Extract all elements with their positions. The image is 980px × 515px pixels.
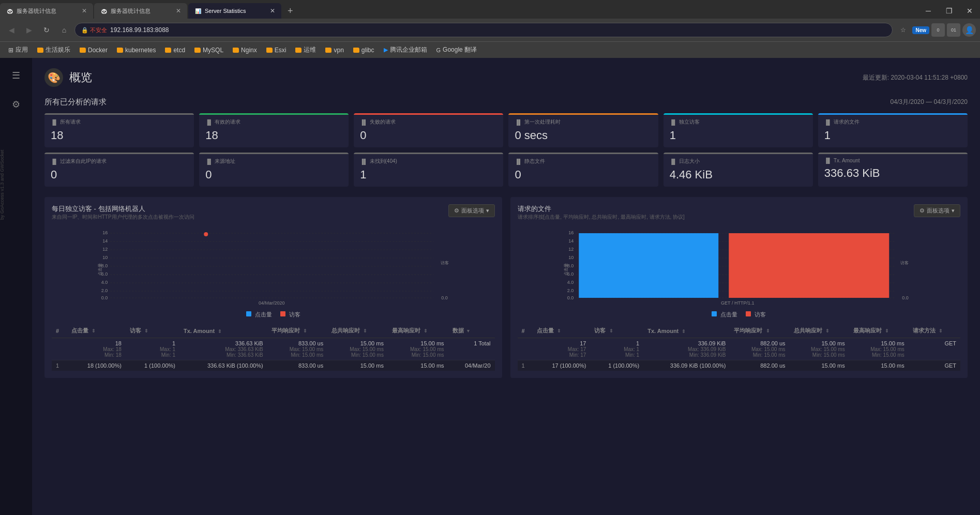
- bookmark-glibc[interactable]: glibc: [349, 45, 379, 55]
- left-footer-tx: 336.63 KiB (100.00%): [179, 360, 267, 371]
- right-th-hits[interactable]: 点击量 ⇕: [533, 324, 590, 338]
- right-th-avg[interactable]: 平均响应时 ⇕: [730, 324, 789, 338]
- bar-chart-icon-2: ▐▌: [205, 119, 213, 125]
- tab-3[interactable]: 📊 Server Statistics ✕: [188, 3, 281, 19]
- forward-button[interactable]: ▶: [22, 23, 36, 37]
- stat-label-referrers: ▐▌ 来源地址: [205, 158, 342, 165]
- main-content: 🎨 概览 最近更新: 2020-03-04 11:51:28 +0800 所有已…: [32, 58, 980, 515]
- tab2-close[interactable]: ✕: [176, 7, 181, 14]
- svg-text:点击量: 点击量: [98, 263, 102, 276]
- stat-value-log-size: 4.46 KiB: [670, 168, 807, 181]
- new-badge[interactable]: New: [912, 26, 929, 34]
- extension-icon-1[interactable]: 0: [931, 23, 945, 37]
- right-footer-visitors: 1 (100.00%): [590, 360, 643, 371]
- close-button[interactable]: ✕: [959, 3, 980, 19]
- maximize-button[interactable]: ❐: [939, 3, 959, 19]
- right-table-footer-row: 1 17 (100.00%) 1 (100.00%) 336.09 KiB (1…: [518, 360, 961, 371]
- left-th-max[interactable]: 最高响应时 ⇕: [388, 324, 448, 338]
- bookmark-esxi[interactable]: Esxi: [262, 45, 291, 55]
- header-left: 🎨 概览: [44, 68, 92, 87]
- bookmark-tencent[interactable]: ▶ 腾讯企业邮箱: [380, 44, 431, 56]
- tab2-favicon: 🐼: [100, 7, 108, 14]
- home-button[interactable]: ⌂: [57, 23, 71, 37]
- bookmark-vpn[interactable]: vpn: [321, 45, 348, 55]
- sidebar-settings-icon[interactable]: ⚙: [7, 95, 25, 114]
- address-bar: ◀ ▶ ↻ ⌂ 🔒 不安全 192.168.99.183:8088 ☆ New …: [0, 19, 980, 41]
- bookmark-life[interactable]: 生活娱乐: [33, 44, 74, 56]
- toolbar-icons: ☆ New 0 01 👤: [896, 23, 976, 37]
- left-th-data[interactable]: 数据 ▾: [448, 324, 495, 338]
- left-data-table: # 点击量 ⇕ 访客 ⇕ Tx. Amount ⇕ 平均响应时 ⇕ 总共响应时 …: [52, 324, 495, 371]
- bookmark-apps[interactable]: ⊞ 应用: [4, 44, 32, 56]
- tab-2[interactable]: 🐼 服务器统计信息 ✕: [94, 3, 187, 19]
- bookmark-mysql[interactable]: MySQL: [190, 45, 228, 55]
- right-chart-svg: 16 14 12 10 8.0 6.0 4.0 2.0 0.0: [518, 228, 961, 306]
- minimize-button[interactable]: ─: [918, 3, 939, 19]
- bar-chart-icon-3: ▐▌: [360, 119, 367, 125]
- left-footer-date: 04/Mar/20: [448, 360, 495, 371]
- left-th-avg[interactable]: 平均响应时 ⇕: [267, 324, 328, 338]
- folder-icon-nginx: [233, 48, 239, 53]
- left-chart-legend: 点击量 访客: [52, 311, 495, 319]
- left-th-tx[interactable]: Tx. Amount ⇕: [179, 324, 267, 338]
- tencent-icon: ▶: [384, 47, 388, 53]
- new-tab-button[interactable]: +: [282, 6, 298, 17]
- bookmark-ops[interactable]: 运维: [291, 44, 320, 56]
- right-panel-options-button[interactable]: ⚙ 面板选项 ▾: [914, 204, 960, 217]
- sidebar-menu-icon[interactable]: ☰: [7, 66, 25, 85]
- stat-card-valid-requests: ▐▌ 有效的请求 18: [199, 113, 349, 147]
- right-th-visitors[interactable]: 访客 ⇕: [590, 324, 643, 338]
- stat-label-static-files: ▐▌ 静态文件: [515, 158, 652, 165]
- right-th-total[interactable]: 总共响应时 ⇕: [790, 324, 849, 338]
- last-updated: 最近更新: 2020-03-04 11:51:28 +0800: [863, 73, 968, 82]
- url-bar[interactable]: 🔒 不安全 192.168.99.183:8088: [74, 23, 893, 37]
- right-footer-hits: 17 (100.00%): [533, 360, 590, 371]
- left-table-row-main: 18 Max: 18 Min: 18 1 Max: 1 Min: 1: [52, 338, 495, 360]
- extension-icon-2[interactable]: 01: [947, 23, 960, 37]
- stat-value-requested-files: 1: [824, 129, 961, 142]
- bookmark-esxi-label: Esxi: [275, 47, 287, 54]
- right-chart-legend: 点击量 访客: [518, 311, 961, 319]
- tab-bar: 🐼 服务器统计信息 ✕ 🐼 服务器统计信息 ✕ 📊 Server Statist…: [0, 0, 980, 19]
- svg-text:0.0: 0.0: [441, 295, 448, 300]
- app-header: 🎨 概览 最近更新: 2020-03-04 11:51:28 +0800: [44, 68, 968, 87]
- svg-text:14: 14: [102, 238, 108, 244]
- right-th-tx[interactable]: Tx. Amount ⇕: [643, 324, 730, 338]
- left-th-hits[interactable]: 点击量 ⇕: [67, 324, 126, 338]
- bookmark-nginx[interactable]: Nginx: [229, 45, 261, 55]
- left-panel-options-button[interactable]: ⚙ 面板选项 ▾: [448, 204, 495, 217]
- right-th-max[interactable]: 最高响应时 ⇕: [849, 324, 909, 338]
- right-data-table: # 点击量 ⇕ 访客 ⇕ Tx. Amount ⇕ 平均响应时 ⇕ 总共响应时 …: [518, 324, 961, 371]
- tab3-close[interactable]: ✕: [270, 7, 275, 14]
- chart-panels: 每日独立访客 - 包括网络机器人 来自同一IP、时间和HTTP用户代理的多次点击…: [44, 197, 968, 378]
- bookmark-google[interactable]: G Google 翻译: [432, 44, 481, 56]
- right-td-tx: 336.09 KiB Max: 336.09 KiB Min: 336.09 K…: [643, 338, 730, 360]
- bookmark-k8s[interactable]: kubernetes: [113, 45, 160, 55]
- right-th-method[interactable]: 请求方法 ⇕: [909, 324, 960, 338]
- left-th-total[interactable]: 总共响应时 ⇕: [327, 324, 388, 338]
- folder-icon-k8s: [117, 48, 123, 53]
- left-td-num: [52, 338, 67, 360]
- bookmarks-bar: ⊞ 应用 生活娱乐 Docker kubernetes etcd MySQL N…: [0, 41, 980, 58]
- user-icon[interactable]: 👤: [962, 23, 976, 37]
- svg-text:点击量: 点击量: [564, 263, 568, 276]
- stat-label-filtered: ▐▌ 过滤来自此IP的请求: [51, 158, 188, 165]
- star-icon[interactable]: ☆: [896, 23, 910, 37]
- bookmark-etcd-label: etcd: [173, 47, 185, 54]
- stat-card-unique-visitors: ▐▌ 独立访客 1: [664, 113, 813, 147]
- left-footer-max: 15.00 ms: [388, 360, 448, 371]
- tab-1[interactable]: 🐼 服务器统计信息 ✕: [0, 3, 93, 19]
- right-td-avg: 882.00 us Max: 15.00 ms Min: 15.00 ms: [730, 338, 789, 360]
- stat-card-tx-amount: ▐▌ Tx. Amount 336.63 KiB: [818, 153, 968, 187]
- back-button[interactable]: ◀: [4, 23, 19, 37]
- tab1-close[interactable]: ✕: [82, 7, 87, 14]
- bookmark-life-label: 生活娱乐: [46, 46, 70, 54]
- right-th-num[interactable]: #: [518, 324, 533, 338]
- left-th-visitors[interactable]: 访客 ⇕: [126, 324, 179, 338]
- stat-cards-row2: ▐▌ 过滤来自此IP的请求 0 ▐▌ 来源地址 0 ▐▌ 未找到(404) 1: [44, 153, 968, 187]
- left-th-num[interactable]: #: [52, 324, 67, 338]
- bookmark-mysql-label: MySQL: [203, 47, 223, 54]
- bookmark-docker[interactable]: Docker: [76, 45, 112, 55]
- bookmark-etcd[interactable]: etcd: [161, 45, 189, 55]
- reload-button[interactable]: ↻: [39, 23, 54, 37]
